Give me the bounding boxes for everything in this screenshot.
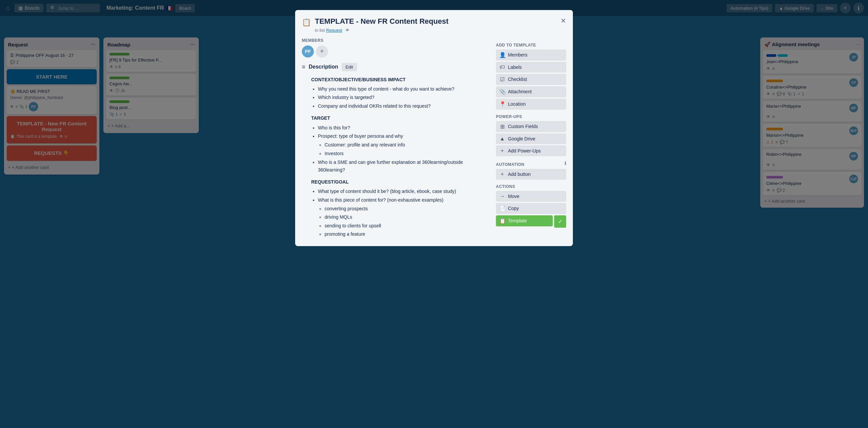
google-drive-button[interactable]: ▲ Google Drive bbox=[496, 133, 566, 144]
list-item: Why you need this type of content - what… bbox=[318, 85, 491, 93]
copy-button[interactable]: 📄 Copy bbox=[496, 203, 566, 214]
members-row: PF + bbox=[302, 45, 491, 58]
modal-subtitle: in list Request 👁 bbox=[315, 28, 556, 33]
desc-section-list: Why you need this type of content - what… bbox=[311, 85, 491, 110]
desc-section-list: What type of content should it be? (blog… bbox=[311, 188, 491, 238]
list-item: Who is this for? bbox=[318, 124, 491, 131]
labels-icon: 🏷 bbox=[499, 64, 505, 70]
modal-header: 📋 TEMPLATE - New FR Content Request in l… bbox=[295, 10, 573, 33]
template-button[interactable]: 📋 Template bbox=[496, 215, 553, 226]
card-modal: 📋 TEMPLATE - New FR Content Request in l… bbox=[295, 10, 573, 246]
modal-sidebar: ADD TO TEMPLATE 👤 Members 🏷 Labels ☑ Che… bbox=[496, 38, 566, 239]
add-member-button[interactable]: + bbox=[316, 45, 328, 58]
add-to-template-label: ADD TO TEMPLATE bbox=[496, 43, 566, 47]
description-header: ≡ Description Edit bbox=[302, 63, 491, 71]
copy-icon: 📄 bbox=[499, 205, 505, 212]
in-list-link[interactable]: Request bbox=[326, 28, 342, 33]
checklist-button[interactable]: ☑ Checklist bbox=[496, 74, 566, 85]
card-template-icon: 📋 bbox=[302, 18, 311, 27]
list-item: promoting a feature bbox=[324, 230, 491, 238]
labels-button[interactable]: 🏷 Labels bbox=[496, 62, 566, 72]
template-row: 📋 Template ✓ bbox=[496, 215, 566, 228]
add-power-ups-button[interactable]: + Add Power-Ups bbox=[496, 145, 566, 156]
automation-info-icon: ℹ bbox=[564, 161, 566, 166]
automation-label: AUTOMATION bbox=[496, 162, 524, 167]
description-title: Description bbox=[309, 64, 338, 70]
move-icon: → bbox=[499, 193, 505, 199]
desc-section-heading: REQUEST/GOAL bbox=[311, 178, 491, 186]
modal-close-button[interactable]: ✕ bbox=[560, 17, 566, 25]
list-item: Customer: profile and any relevant info bbox=[324, 141, 491, 149]
modal-main-content: MEMBERS PF + ≡ Description Edit CONT bbox=[302, 38, 491, 239]
move-button[interactable]: → Move bbox=[496, 191, 566, 202]
add-icon: + bbox=[499, 148, 505, 154]
desc-section-list: Who is this for? Prospect: type of buyer… bbox=[311, 124, 491, 173]
actions-label: ACTIONS bbox=[496, 184, 566, 189]
template-check-button[interactable]: ✓ bbox=[554, 215, 566, 228]
modal-overlay[interactable]: 📋 TEMPLATE - New FR Content Request in l… bbox=[0, 0, 868, 428]
location-icon: 📍 bbox=[499, 101, 505, 107]
location-button[interactable]: 📍 Location bbox=[496, 99, 566, 110]
list-item: Prospect: type of buyer persona and why … bbox=[318, 132, 491, 157]
list-item: What is this piece of content for? (non-… bbox=[318, 196, 491, 238]
list-item: Company and individual OKRs related to t… bbox=[318, 102, 491, 110]
modal-body: MEMBERS PF + ≡ Description Edit CONT bbox=[295, 33, 573, 246]
edit-description-button[interactable]: Edit bbox=[342, 63, 357, 71]
custom-fields-button[interactable]: ⊞ Custom Fields bbox=[496, 121, 566, 132]
member-avatar: PF bbox=[302, 45, 314, 58]
add-button-icon: + bbox=[499, 171, 505, 177]
desc-section-heading: TARGET bbox=[311, 114, 491, 122]
desc-section-heading: CONTEXT/OBJECTIVE/BUSINESS IMPACT bbox=[311, 76, 491, 83]
members-label: MEMBERS bbox=[302, 38, 491, 43]
members-icon: 👤 bbox=[499, 52, 505, 58]
members-button[interactable]: 👤 Members bbox=[496, 50, 566, 61]
list-item: converting prospects bbox=[324, 205, 491, 212]
list-item: Who is a SME and can give further explan… bbox=[318, 159, 491, 173]
template-icon: 📋 bbox=[499, 218, 505, 224]
custom-fields-icon: ⊞ bbox=[499, 123, 505, 130]
watch-icon: 👁 bbox=[345, 28, 350, 33]
attachment-icon: 📎 bbox=[499, 89, 505, 95]
list-item: What type of content should it be? (blog… bbox=[318, 188, 491, 195]
description-content: CONTEXT/OBJECTIVE/BUSINESS IMPACT Why yo… bbox=[302, 76, 491, 238]
list-item: Investors bbox=[324, 150, 491, 157]
description-icon: ≡ bbox=[302, 64, 306, 71]
list-item: driving MQLs bbox=[324, 213, 491, 221]
attachment-button[interactable]: 📎 Attachment bbox=[496, 86, 566, 97]
checklist-icon: ☑ bbox=[499, 76, 505, 83]
power-ups-label: POWER-UPS bbox=[496, 114, 566, 119]
list-item: Which industry is targeted? bbox=[318, 94, 491, 101]
modal-title: TEMPLATE - New FR Content Request bbox=[315, 17, 556, 26]
google-drive-icon: ▲ bbox=[499, 136, 505, 142]
list-item: sending to clients for upsell bbox=[324, 222, 491, 229]
add-button-automation[interactable]: + Add button bbox=[496, 169, 566, 179]
